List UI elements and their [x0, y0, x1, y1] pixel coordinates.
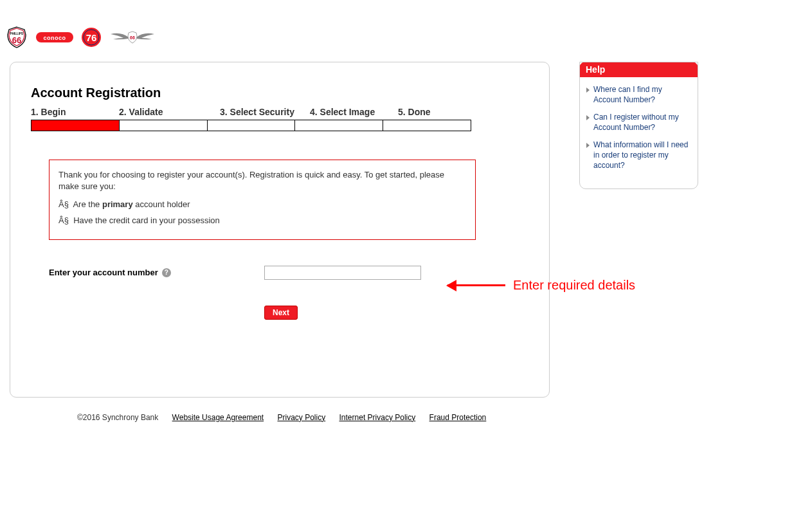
help-link-1: Where can I find my Account Number? [586, 85, 691, 105]
phillips66-logo: PHILLIPS 66 [5, 26, 28, 49]
help-link-register-without[interactable]: Can I register without my Account Number… [593, 113, 691, 133]
instruction-item-1: Â§ Are the primary account holder [59, 199, 466, 210]
seventysix-logo: 76 [81, 27, 102, 48]
step-labels: 1. Begin 2. Validate 3. Select Security … [31, 107, 528, 117]
progress-seg-4 [295, 120, 383, 131]
progress-bar [31, 120, 471, 131]
svg-text:76: 76 [86, 32, 97, 43]
progress-seg-3 [208, 120, 296, 131]
step-2-label: 2. Validate [119, 107, 220, 117]
step-5-label: 5. Done [398, 107, 486, 117]
footer-link-usage[interactable]: Website Usage Agreement [172, 413, 264, 422]
copyright-text: ©2016 Synchrony Bank [77, 413, 158, 422]
conoco-logo: conoco [36, 31, 73, 44]
help-link-list: Where can I find my Account Number? Can … [580, 77, 698, 188]
step-4-label: 4. Select Image [310, 107, 398, 117]
help-link-info-needed[interactable]: What information will I need in order to… [593, 140, 691, 170]
help-link-account-number[interactable]: Where can I find my Account Number? [593, 85, 691, 105]
account-number-input[interactable] [264, 266, 421, 280]
progress-seg-2 [120, 120, 208, 131]
footer: ©2016 Synchrony Bank Website Usage Agree… [77, 413, 812, 422]
footer-link-privacy[interactable]: Privacy Policy [277, 413, 325, 422]
footer-link-fraud[interactable]: Fraud Protection [429, 413, 487, 422]
footer-link-internet-privacy[interactable]: Internet Privacy Policy [339, 413, 416, 422]
instructions-intro: Thank you for choosing to register your … [59, 169, 466, 192]
svg-text:66: 66 [130, 35, 135, 40]
brand-logos: PHILLIPS 66 conoco 76 66 [0, 0, 812, 62]
step-1-label: 1. Begin [31, 107, 119, 117]
next-button[interactable]: Next [264, 306, 298, 320]
aviation-wings-logo: 66 [109, 29, 156, 46]
account-number-label: Enter your account number ? [49, 268, 264, 277]
svg-text:66: 66 [12, 35, 21, 45]
help-header: Help [579, 62, 698, 77]
progress-seg-5 [383, 120, 471, 131]
account-number-row: Enter your account number ? [49, 266, 528, 280]
page-title: Account Registration [31, 86, 528, 100]
help-icon[interactable]: ? [162, 268, 171, 277]
help-panel: Help Where can I find my Account Number?… [579, 62, 698, 189]
chevron-right-icon [586, 87, 590, 93]
help-link-3: What information will I need in order to… [586, 140, 691, 170]
main-panel: Account Registration 1. Begin 2. Validat… [10, 62, 550, 398]
svg-text:conoco: conoco [43, 35, 66, 41]
chevron-right-icon [586, 143, 590, 148]
progress-seg-1 [32, 120, 120, 131]
step-3-label: 3. Select Security [220, 107, 310, 117]
instructions-box: Thank you for choosing to register your … [49, 160, 476, 240]
help-link-2: Can I register without my Account Number… [586, 113, 691, 133]
chevron-right-icon [586, 115, 590, 120]
instruction-item-2: Â§ Have the credit card in your possessi… [59, 215, 466, 226]
